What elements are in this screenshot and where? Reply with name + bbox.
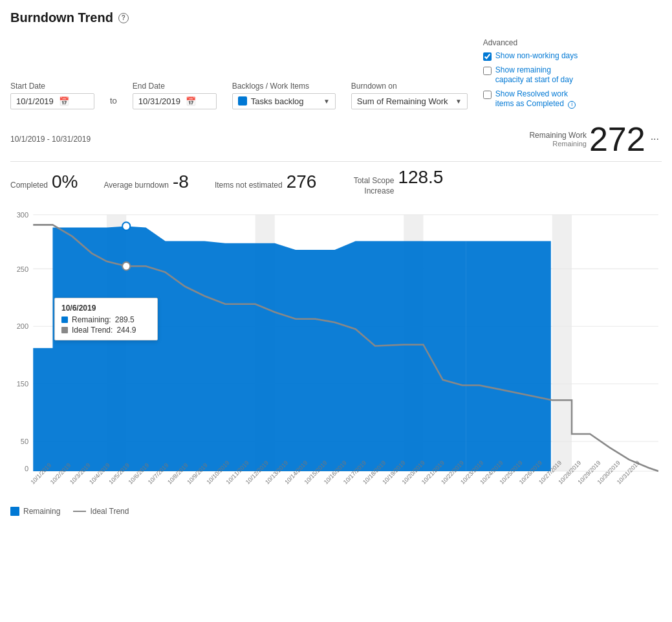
backlogs-chevron-icon: ▼ (323, 98, 330, 105)
tooltip-ideal-icon (61, 327, 68, 333)
checkbox-row-2: Show remaining capacity at start of day (483, 65, 580, 85)
completed-label: Completed (10, 181, 48, 190)
chart-tooltip: 10/6/2019 Remaining: 289.5 Ideal Trend: … (54, 298, 158, 340)
svg-point-19 (122, 262, 130, 271)
items-not-estimated-label: Items not estimated (215, 181, 283, 190)
svg-marker-17 (466, 241, 551, 471)
svg-rect-15 (552, 215, 572, 471)
svg-text:50: 50 (21, 438, 28, 445)
info-icon: i (568, 101, 576, 109)
tooltip-ideal-row: Ideal Trend: 244.9 (61, 326, 151, 335)
remaining-work-label: Remaining Work (529, 131, 586, 140)
advanced-label: Advanced (483, 38, 580, 47)
burndown-label: Burndown on (351, 82, 468, 91)
end-calendar-icon[interactable]: 📅 (186, 96, 211, 106)
items-not-estimated-value: 276 (287, 172, 317, 192)
total-scope-stat: Total Scope Increase 128.5 (342, 167, 443, 196)
svg-marker-16 (33, 227, 466, 471)
burndown-chart: 300 250 200 150 50 0 (10, 204, 662, 502)
svg-point-20 (122, 222, 130, 230)
title-text: Burndown Trend (10, 10, 113, 25)
backlogs-label: Backlogs / Work Items (232, 82, 336, 91)
end-date-input[interactable]: 10/31/2019 📅 (133, 93, 217, 109)
help-icon[interactable]: ? (118, 13, 129, 23)
end-date-label: End Date (133, 82, 217, 91)
page-title: Burndown Trend ? (10, 10, 662, 25)
total-scope-value: 128.5 (398, 167, 443, 188)
show-remaining-capacity-label[interactable]: Show remaining capacity at start of day (495, 65, 580, 85)
checkbox-row-1: Show non-working days (483, 51, 580, 61)
items-not-estimated-stat: Items not estimated 276 (215, 172, 316, 192)
show-nonworking-label[interactable]: Show non-working days (495, 51, 578, 61)
burndown-dropdown[interactable]: Sum of Remaining Work ▼ (351, 93, 468, 109)
tooltip-remaining-value: 289.5 (115, 315, 135, 324)
remaining-legend-icon (10, 507, 19, 516)
completed-value: 0% (52, 172, 78, 192)
remaining-sub: Remaining (529, 140, 586, 148)
chart-container: 300 250 200 150 50 0 (10, 204, 662, 502)
calendar-icon[interactable]: 📅 (59, 96, 89, 106)
ellipsis-button[interactable]: ··· (648, 133, 662, 145)
backlogs-group: Backlogs / Work Items Tasks backlog ▼ (232, 82, 336, 109)
tooltip-ideal-value: 244.9 (116, 326, 136, 335)
show-resolved-checkbox[interactable] (483, 91, 492, 99)
date-range-bar: 10/1/2019 - 10/31/2019 Remaining Work Re… (10, 122, 662, 162)
controls-row: Start Date 10/1/2019 📅 to End Date 10/31… (10, 38, 662, 109)
start-date-label: Start Date (10, 82, 94, 91)
tooltip-remaining-icon (61, 317, 68, 323)
tooltip-remaining-row: Remaining: 289.5 (61, 315, 151, 324)
total-scope-label: Total Scope Increase (342, 176, 394, 196)
tooltip-date: 10/6/2019 (61, 304, 151, 313)
backlogs-value: Tasks backlog (251, 96, 304, 106)
avg-burndown-label: Average burndown (104, 181, 169, 190)
svg-text:0: 0 (25, 465, 28, 472)
burndown-group: Burndown on Sum of Remaining Work ▼ (351, 82, 468, 109)
ideal-trend-legend-icon (73, 511, 86, 512)
remaining-work-section: Remaining Work Remaining 272 ··· (529, 122, 662, 156)
remaining-legend-label: Remaining (23, 507, 60, 516)
start-date-input[interactable]: 10/1/2019 📅 (10, 93, 94, 109)
stats-row: Completed 0% Average burndown -8 Items n… (10, 167, 662, 196)
remaining-value: 272 (589, 122, 645, 156)
tooltip-ideal-label: Ideal Trend: (72, 326, 113, 335)
ideal-trend-legend-label: Ideal Trend (90, 507, 129, 516)
completed-stat: Completed 0% (10, 172, 78, 192)
avg-burndown-value: -8 (173, 172, 189, 192)
advanced-section: Advanced Show non-working days Show rema… (483, 38, 580, 109)
date-range-text: 10/1/2019 - 10/31/2019 (10, 135, 91, 144)
show-resolved-label[interactable]: Show Resolved work items as Completed i (495, 89, 580, 109)
svg-text:250: 250 (17, 265, 28, 273)
tooltip-remaining-label: Remaining: (72, 315, 111, 324)
svg-text:300: 300 (17, 211, 28, 219)
burndown-chevron-icon: ▼ (455, 98, 462, 105)
start-date-group: Start Date 10/1/2019 📅 (10, 82, 94, 109)
checkbox-row-3: Show Resolved work items as Completed i (483, 89, 580, 109)
start-date-value: 10/1/2019 (16, 96, 54, 106)
burndown-value: Sum of Remaining Work (357, 96, 448, 106)
end-date-value: 10/31/2019 (138, 96, 180, 106)
show-remaining-capacity-checkbox[interactable] (483, 67, 492, 75)
backlog-icon (238, 96, 247, 106)
ideal-trend-legend: Ideal Trend (73, 507, 129, 516)
end-date-group: End Date 10/31/2019 📅 (133, 82, 217, 109)
backlogs-dropdown[interactable]: Tasks backlog ▼ (232, 93, 336, 109)
show-nonworking-checkbox[interactable] (483, 52, 492, 61)
legend-row: Remaining Ideal Trend (10, 507, 662, 516)
to-label: to (110, 96, 117, 106)
avg-burndown-stat: Average burndown -8 (104, 172, 189, 192)
svg-text:150: 150 (17, 380, 28, 388)
svg-text:200: 200 (17, 322, 28, 330)
remaining-legend: Remaining (10, 507, 60, 516)
